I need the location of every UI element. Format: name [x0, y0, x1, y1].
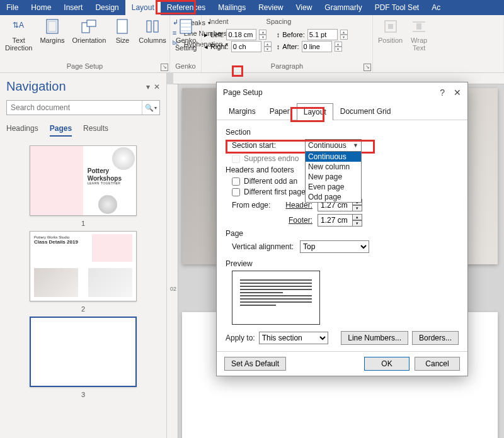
suppress-endnotes-label: Suppress endno	[244, 154, 299, 163]
menu-review[interactable]: Review	[252, 0, 289, 15]
menu-design[interactable]: Design	[89, 0, 125, 15]
menu-home[interactable]: Home	[25, 0, 57, 15]
menu-insert[interactable]: Insert	[57, 0, 89, 15]
different-first-page-checkbox[interactable]	[232, 188, 240, 196]
apply-to-label: Apply to:	[226, 334, 255, 342]
menu-references[interactable]: References	[161, 0, 212, 15]
position-icon	[382, 18, 399, 35]
group-label-genko: Genko	[173, 61, 198, 71]
navigation-title: Navigation	[6, 79, 66, 94]
nav-tab-results[interactable]: Results	[83, 124, 108, 137]
thumb-number-2: 2	[81, 305, 85, 313]
spacing-after-input[interactable]	[302, 41, 332, 52]
indent-label: Indent	[209, 18, 229, 25]
different-odd-even-checkbox[interactable]	[232, 177, 240, 186]
svg-text:⇅A: ⇅A	[13, 21, 24, 30]
svg-rect-7	[154, 21, 158, 32]
vertical-alignment-label: Vertical alignment:	[232, 242, 295, 251]
ribbon: ⇅A Text Direction Margins Orientation Si…	[0, 15, 504, 73]
svg-rect-13	[388, 24, 393, 29]
option-odd-page[interactable]: Odd page	[306, 192, 361, 202]
spacing-before-input[interactable]	[307, 29, 338, 40]
group-arrange: Position Wrap Text	[373, 15, 504, 72]
spacing-after-label: After:	[282, 43, 299, 50]
spacing-before-spinner[interactable]: ▴▾	[340, 30, 348, 40]
columns-icon	[144, 18, 161, 35]
columns-button[interactable]: Columns	[136, 16, 168, 45]
dialog-help-icon[interactable]: ?	[440, 87, 445, 98]
navigation-panel: Navigation ▾ ✕ 🔍▾ Headings Pages Results…	[0, 73, 167, 438]
page-thumbnail-1[interactable]: Pottery WorkshopsLEARN TOGETHER	[30, 145, 137, 216]
ruler-page-num: 02	[170, 286, 176, 292]
margins-button[interactable]: Margins	[37, 16, 67, 45]
indent-right-spinner[interactable]: ▴▾	[264, 42, 272, 52]
menu-grammarly[interactable]: Grammarly	[318, 0, 368, 15]
spacing-after-spinner[interactable]: ▴▾	[335, 42, 342, 52]
dialog-close-icon[interactable]: ✕	[454, 87, 461, 98]
genko-icon	[177, 18, 195, 35]
search-button[interactable]: 🔍▾	[142, 101, 159, 115]
footer-input[interactable]	[318, 214, 353, 227]
nav-tab-pages[interactable]: Pages	[50, 124, 72, 137]
suppress-endnotes-checkbox[interactable]	[232, 155, 240, 163]
group-paragraph: Indent Spacing ▸Left:▴▾ ◂Right:▴▾ ↕Befor…	[202, 15, 373, 72]
nav-tab-headings[interactable]: Headings	[6, 124, 38, 137]
indent-right-icon: ◂	[204, 43, 208, 51]
search-input[interactable]	[7, 101, 142, 115]
menu-mailings[interactable]: Mailings	[212, 0, 252, 15]
group-label-page-setup: Page Setup	[3, 61, 167, 71]
size-button[interactable]: Size	[111, 16, 134, 45]
option-new-page[interactable]: New page	[306, 172, 361, 182]
vertical-ruler[interactable]: 02	[167, 84, 178, 438]
dialog-tab-layout[interactable]: Layout	[297, 103, 333, 120]
set-as-default-button[interactable]: Set As Default	[224, 357, 286, 371]
wrap-text-button[interactable]: Wrap Text	[408, 16, 430, 53]
option-even-page[interactable]: Even page	[306, 182, 361, 192]
menu-pdf-tool-set[interactable]: PDF Tool Set	[369, 0, 425, 15]
page-thumbnail-2[interactable]: Pottery Works StudioClass Details 2019	[30, 231, 137, 301]
margins-icon	[43, 18, 61, 35]
dialog-tab-paper[interactable]: Paper	[263, 103, 297, 120]
menu-view[interactable]: View	[290, 0, 319, 15]
section-start-label: Section start:	[232, 141, 276, 150]
section-start-combo[interactable]: Continuous▼ Continuous New column New pa…	[305, 139, 362, 152]
orientation-button[interactable]: Orientation	[70, 16, 109, 45]
page-thumbnail-3[interactable]	[30, 317, 137, 387]
cancel-button[interactable]: Cancel	[415, 357, 460, 371]
menu-bar: File Home Insert Design Layout Reference…	[0, 0, 504, 15]
menu-more[interactable]: Ac	[425, 0, 447, 15]
vertical-alignment-select[interactable]: Top	[300, 240, 369, 253]
position-button[interactable]: Position	[375, 16, 405, 45]
paragraph-dialog-launcher[interactable]: ↘	[364, 64, 371, 71]
indent-left-label: Left:	[210, 31, 224, 38]
svg-rect-14	[416, 23, 421, 30]
apply-to-select[interactable]: This section	[259, 332, 328, 344]
page-heading: Page	[226, 229, 459, 238]
menu-layout[interactable]: Layout	[125, 0, 161, 15]
section-heading: Section	[226, 128, 459, 137]
indent-left-input[interactable]	[226, 29, 256, 40]
nav-close-icon[interactable]: ✕	[154, 82, 160, 91]
genko-setting-button[interactable]: Genko Setting	[173, 16, 199, 53]
section-start-dropdown: Continuous New column New page Even page…	[305, 151, 362, 203]
menu-file[interactable]: File	[0, 0, 25, 15]
indent-right-input[interactable]	[231, 41, 261, 52]
from-edge-label: From edge:	[232, 201, 276, 210]
indent-left-spinner[interactable]: ▴▾	[259, 30, 266, 40]
ok-button[interactable]: OK	[364, 357, 410, 371]
spacing-before-icon: ↕	[277, 31, 280, 38]
line-numbers-button[interactable]: Line Numbers...	[341, 331, 408, 345]
dialog-tab-margins[interactable]: Margins	[222, 103, 263, 120]
thumb-number-3: 3	[81, 391, 85, 398]
dialog-tab-document-grid[interactable]: Document Grid	[333, 103, 398, 120]
nav-dropdown-icon[interactable]: ▾	[146, 82, 150, 91]
page-setup-dialog-launcher[interactable]: ↘	[161, 64, 168, 71]
footer-spinner[interactable]: ▴▾	[353, 214, 362, 227]
thumb-number-1: 1	[81, 220, 85, 227]
group-page-setup: ⇅A Text Direction Margins Orientation Si…	[0, 15, 170, 72]
footer-label: Footer:	[281, 216, 312, 225]
text-direction-button[interactable]: ⇅A Text Direction	[3, 16, 35, 53]
option-continuous[interactable]: Continuous	[306, 152, 361, 162]
option-new-column[interactable]: New column	[306, 162, 361, 172]
borders-button[interactable]: Borders...	[412, 331, 459, 345]
